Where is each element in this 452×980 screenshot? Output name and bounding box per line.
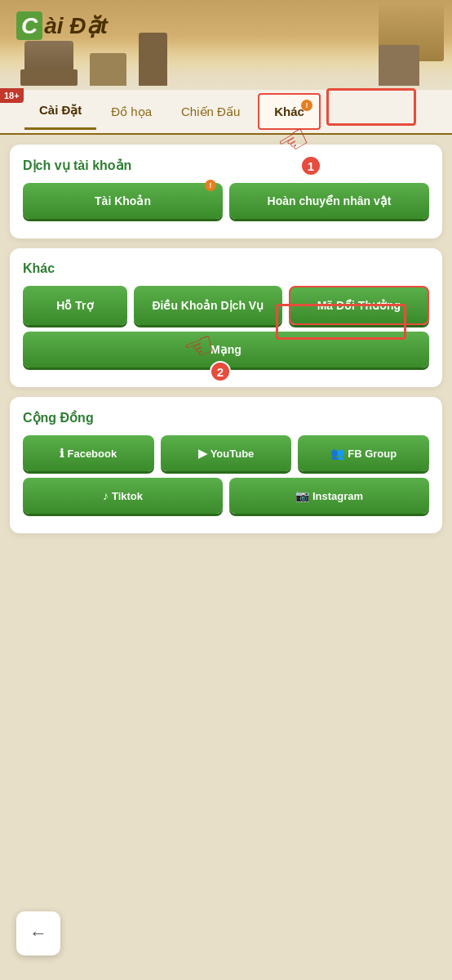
fb-group-button[interactable]: 👥 FB Group [298,435,429,471]
btn-row-social-2: ♪ Tiktok 📷 Instagram [23,478,429,514]
page-title: Cài Đặt [16,12,108,39]
tab-bar: Cài Đặt Đồ họa Chiến Đấu Khác ! [0,90,452,135]
dieu-khoan-dich-vu-button[interactable]: Điều Khoản Dịch Vụ [134,286,282,325]
ma-doi-thuong-button[interactable]: Mã Đổi Thưởng [289,286,429,325]
tiktok-icon: ♪ [103,489,109,502]
tiktok-button[interactable]: ♪ Tiktok [23,478,223,514]
section-dich-vu-tai-khoan: Dịch vụ tài khoản Tài Khoản ! Hoàn chuyể… [10,145,442,238]
section-title-cong-dong: Cộng Đồng [23,410,429,425]
btn-row-tai-khoan: Tài Khoản ! Hoàn chuyển nhân vật [23,183,429,219]
tai-khoan-button[interactable]: Tài Khoản ! [23,183,223,219]
btn-row-khac-2: Mạng [23,332,429,368]
age-badge: 18+ [0,88,24,103]
instagram-button[interactable]: 📷 Instagram [229,478,429,514]
back-button[interactable]: ← [16,911,60,956]
mang-button[interactable]: Mạng [23,332,429,368]
tab-do-hoa[interactable]: Đồ họa [96,95,166,129]
hoan-chuyen-nhan-vat-button[interactable]: Hoàn chuyển nhân vật [229,183,429,219]
fb-group-icon: 👥 [330,447,344,460]
btn-row-khac-1: Hỗ Trợ Điều Khoản Dịch Vụ Mã Đổi Thưởng [23,286,429,325]
tai-khoan-notification: ! [205,180,216,191]
facebook-button[interactable]: ℹ Facebook [23,435,154,471]
youtube-icon: ▶ [198,447,207,460]
ho-tro-button[interactable]: Hỗ Trợ [23,286,127,325]
scene-roof-1 [20,69,78,86]
facebook-icon: ℹ [60,447,64,460]
section-title-khac: Khác [23,261,429,276]
youtube-button[interactable]: ▶ YouTube [161,435,292,471]
scene-building-3 [379,45,419,86]
section-khac: Khác Hỗ Trợ Điều Khoản Dịch Vụ Mã Đổi Th… [10,248,442,387]
title-c-highlight: C [16,11,42,40]
page-wrapper: Cài Đặt 18+ Cài Đặt Đồ họa Chiến Đấu Khá… [0,0,452,980]
section-cong-dong: Cộng Đồng ℹ Facebook ▶ YouTube 👥 FB Grou… [10,397,442,533]
tab-notification-khac: ! [301,100,312,111]
instagram-icon: 📷 [295,489,309,502]
tab-cai-dat[interactable]: Cài Đặt [24,93,96,130]
main-content: Dịch vụ tài khoản Tài Khoản ! Hoàn chuyể… [0,135,452,553]
header-background: Cài Đặt [0,0,452,90]
btn-row-social-1: ℹ Facebook ▶ YouTube 👥 FB Group [23,435,429,471]
section-title-dich-vu-tai-khoan: Dịch vụ tài khoản [23,158,429,173]
scene-tower [139,33,167,86]
tab-chien-dau[interactable]: Chiến Đấu [166,95,255,129]
tab-khac[interactable]: Khác ! [258,93,321,130]
scene-building-2 [90,53,126,86]
